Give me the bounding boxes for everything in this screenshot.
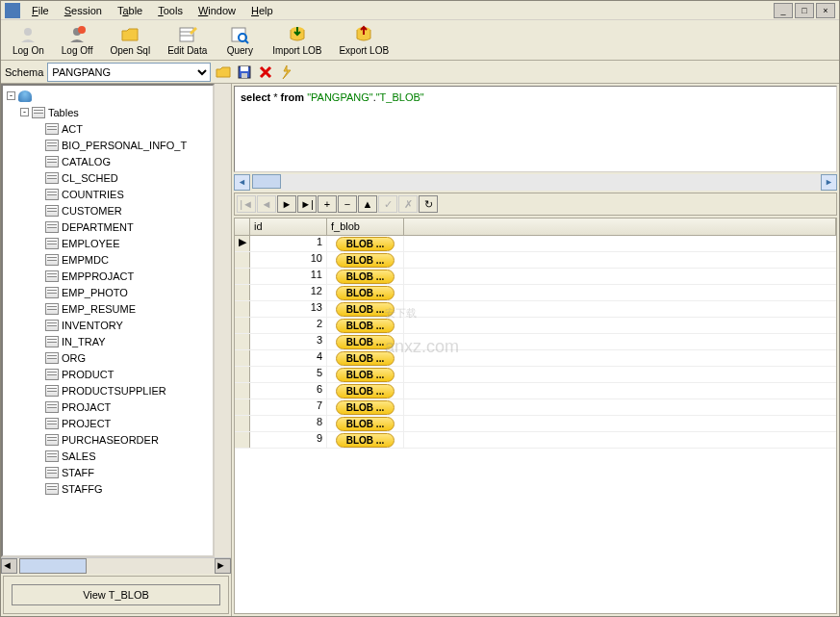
app-icon [5, 3, 20, 18]
blob-button[interactable]: BLOB ... [336, 368, 395, 382]
nav-last[interactable]: ►| [297, 195, 317, 213]
tree-item[interactable]: IN_TRAY [5, 333, 211, 349]
tree-item[interactable]: EMP_RESUME [5, 300, 211, 317]
sql-hscroll[interactable]: ◄► [234, 174, 837, 191]
tree-item[interactable]: PROJECT [5, 415, 211, 431]
grid-col-fblob[interactable]: f_blob [327, 219, 404, 235]
logon-button[interactable]: Log On [5, 23, 52, 58]
tree-item[interactable]: CUSTOMER [5, 202, 211, 219]
nav-add[interactable]: + [318, 195, 337, 213]
table-row[interactable]: 6BLOB ... [235, 383, 836, 399]
table-row[interactable]: 7BLOB ... [235, 399, 836, 416]
nav-next[interactable]: ► [277, 195, 296, 213]
svg-point-0 [24, 28, 32, 36]
blob-button[interactable]: BLOB ... [336, 351, 395, 366]
open-icon[interactable] [215, 64, 232, 81]
save-icon[interactable] [236, 64, 253, 81]
delete-icon[interactable] [257, 64, 274, 81]
view-button[interactable]: View T_BLOB [12, 584, 220, 605]
minimize-button[interactable]: _ [774, 3, 793, 18]
table-row[interactable]: 2BLOB ... [235, 318, 836, 334]
left-pane: - -Tables ACTBIO_PERSONAL_INFO_TCATALOGC… [1, 84, 232, 616]
importlob-button[interactable]: Import LOB [265, 23, 329, 58]
tree-db-node[interactable]: - [5, 88, 211, 104]
menu-table[interactable]: Table [110, 3, 150, 18]
blob-button[interactable]: BLOB ... [336, 237, 395, 251]
right-pane: select * from "PANGPANG"."T_BLOB" ◄► |◄ … [232, 84, 839, 616]
tree-hscroll[interactable]: ◄► [1, 557, 231, 574]
tree-item[interactable]: PROJACT [5, 398, 211, 415]
tree-tables-node[interactable]: -Tables [5, 104, 211, 120]
nav-refresh[interactable]: ↻ [419, 195, 438, 213]
nav-prev[interactable]: ◄ [257, 195, 276, 213]
svg-rect-12 [241, 66, 248, 71]
tree-view[interactable]: - -Tables ACTBIO_PERSONAL_INFO_TCATALOGC… [1, 84, 215, 557]
data-grid[interactable]: id f_blob ▶1BLOB ...10BLOB ...11BLOB ...… [234, 218, 837, 614]
main-toolbar: Log On Log Off Open Sql Edit Data Query … [1, 20, 839, 61]
exportlob-button[interactable]: Export LOB [331, 23, 396, 58]
grid-col-id[interactable]: id [250, 219, 327, 235]
blob-button[interactable]: BLOB ... [336, 433, 395, 448]
blob-button[interactable]: BLOB ... [336, 319, 395, 333]
tree-item[interactable]: CL_SCHED [5, 169, 211, 186]
menu-help[interactable]: Help [243, 3, 281, 18]
blob-button[interactable]: BLOB ... [336, 270, 395, 284]
opensql-button[interactable]: Open Sql [102, 23, 158, 58]
tree-item[interactable]: EMPLOYEE [5, 235, 211, 251]
table-row[interactable]: 8BLOB ... [235, 416, 836, 432]
nav-remove[interactable]: − [338, 195, 357, 213]
tree-item[interactable]: DEPARTMENT [5, 219, 211, 235]
tree-item[interactable]: CATALOG [5, 153, 211, 169]
blob-button[interactable]: BLOB ... [336, 286, 395, 300]
blob-button[interactable]: BLOB ... [336, 417, 395, 431]
menu-file[interactable]: FFileile [24, 3, 57, 18]
svg-rect-13 [242, 73, 247, 78]
tree-item[interactable]: PURCHASEORDER [5, 431, 211, 448]
tree-item[interactable]: EMPPROJACT [5, 268, 211, 284]
tree-item[interactable]: COUNTRIES [5, 186, 211, 202]
tree-item[interactable]: EMP_PHOTO [5, 284, 211, 300]
schema-select[interactable]: PANGPANG [47, 63, 211, 82]
blob-button[interactable]: BLOB ... [336, 400, 395, 415]
tree-item[interactable]: ACT [5, 120, 211, 137]
table-row[interactable]: 3BLOB ... [235, 334, 836, 350]
nav-edit[interactable]: ▲ [358, 195, 377, 213]
nav-first[interactable]: |◄ [237, 195, 256, 213]
blob-button[interactable]: BLOB ... [336, 384, 395, 398]
menu-window[interactable]: Window [191, 3, 243, 18]
record-navbar: |◄ ◄ ► ►| + − ▲ ✓ ✗ ↻ [234, 193, 837, 216]
blob-button[interactable]: BLOB ... [336, 253, 395, 268]
table-row[interactable]: 11BLOB ... [235, 269, 836, 285]
tree-vscroll[interactable] [215, 84, 231, 557]
logoff-button[interactable]: Log Off [54, 23, 101, 58]
sql-editor[interactable]: select * from "PANGPANG"."T_BLOB" [234, 86, 837, 172]
editdata-button[interactable]: Edit Data [160, 23, 215, 58]
table-row[interactable]: 9BLOB ... [235, 432, 836, 449]
table-row[interactable]: 13BLOB ... [235, 301, 836, 318]
tree-item[interactable]: PRODUCTSUPPLIER [5, 382, 211, 398]
blob-button[interactable]: BLOB ... [336, 335, 395, 349]
tree-item[interactable]: INVENTORY [5, 317, 211, 333]
tree-item[interactable]: STAFF [5, 464, 211, 480]
nav-post[interactable]: ✓ [378, 195, 397, 213]
maximize-button[interactable]: □ [795, 3, 814, 18]
tree-item[interactable]: ORG [5, 349, 211, 366]
tree-item[interactable]: BIO_PERSONAL_INFO_T [5, 137, 211, 153]
table-row[interactable]: 10BLOB ... [235, 252, 836, 269]
menu-session[interactable]: Session [57, 3, 110, 18]
table-row[interactable]: 12BLOB ... [235, 285, 836, 301]
tree-item[interactable]: PRODUCT [5, 366, 211, 382]
table-row[interactable]: 5BLOB ... [235, 367, 836, 383]
schema-label: Schema [5, 66, 43, 78]
table-row[interactable]: ▶1BLOB ... [235, 236, 836, 252]
menu-tools[interactable]: Tools [150, 3, 191, 18]
query-button[interactable]: Query [216, 23, 263, 58]
nav-cancel[interactable]: ✗ [398, 195, 418, 213]
tree-item[interactable]: EMPMDC [5, 251, 211, 268]
tree-item[interactable]: SALES [5, 448, 211, 464]
table-row[interactable]: 4BLOB ... [235, 350, 836, 367]
execute-icon[interactable] [278, 64, 295, 81]
blob-button[interactable]: BLOB ... [336, 302, 395, 317]
tree-item[interactable]: STAFFG [5, 480, 211, 497]
close-button[interactable]: × [816, 3, 835, 18]
